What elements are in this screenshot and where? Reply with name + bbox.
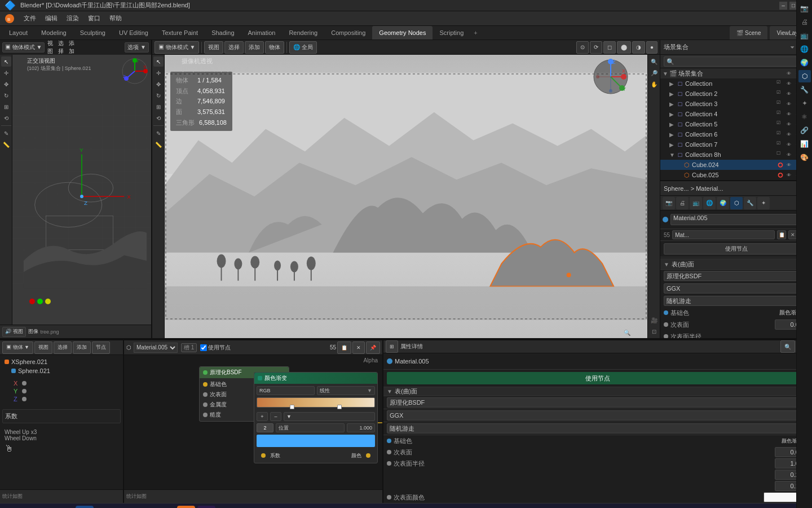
select-btn[interactable]: 选择	[56, 42, 66, 52]
render-icon-btn[interactable]: 📷	[798, 2, 811, 15]
tab-shading[interactable]: Shading	[205, 26, 241, 40]
world-icon-btn[interactable]: 🌍	[798, 56, 811, 69]
vp-options-btn[interactable]: 选项 ▼	[125, 42, 149, 52]
select-bottom[interactable]: 选择	[54, 341, 72, 354]
minimize-button[interactable]: –	[779, 2, 787, 10]
object-mode-main[interactable]: ▣ 物体模式 ▼	[155, 41, 199, 54]
menu-help[interactable]: 帮助	[105, 11, 126, 26]
node-bottom[interactable]: 节点	[92, 341, 110, 354]
cube025-item[interactable]: ⬡ Cube.025 ⭕ 👁 ✦ ⊙	[660, 170, 812, 180]
cursor-tool[interactable]: ✛	[1, 68, 11, 78]
add-workspace[interactable]: +	[470, 29, 480, 36]
gizmo-btn[interactable]: ⟳	[590, 41, 602, 54]
particle-icon-btn[interactable]: ✦	[798, 97, 811, 110]
particle-props-btn[interactable]: ✦	[757, 197, 770, 209]
scale-tool[interactable]: ⊞	[1, 102, 11, 112]
tab-geometry[interactable]: Geometry Nodes	[372, 26, 433, 40]
use-nodes-checkbox[interactable]	[200, 344, 207, 351]
mat-selector[interactable]: Mat...	[672, 230, 775, 239]
right-rw-dropdown[interactable]: 随机游走 ▼	[387, 423, 809, 433]
edge-browser[interactable]: 🌐	[76, 506, 94, 509]
blender-app[interactable]: ⬡	[177, 506, 195, 509]
add-bottom[interactable]: 添加	[73, 341, 91, 354]
viewport-shading-solid[interactable]: ⬤	[617, 41, 631, 54]
task-view[interactable]: ⊡	[50, 506, 68, 509]
explorer[interactable]: 📁	[96, 506, 114, 509]
start-btn[interactable]: ⊞	[5, 506, 23, 509]
copy-mat-btn[interactable]: 📋	[777, 230, 786, 239]
menu-blender[interactable]: B	[0, 11, 19, 26]
render-region[interactable]: ⊡	[649, 326, 659, 336]
collection-item-7[interactable]: ▶ □ Collection 7 ☑ 👁 ✦ ⊙	[660, 139, 812, 150]
ramp-remove-btn[interactable]: –	[270, 412, 281, 421]
tab-texture[interactable]: Texture Paint	[155, 26, 205, 40]
output-props-btn[interactable]: 🖨	[676, 197, 689, 209]
cube024-item[interactable]: ⬡ Cube.024 ⭕ 👁 ✦ ⊙	[660, 160, 812, 170]
chrome-browser[interactable]: 🔵	[136, 506, 155, 509]
right-search-btn[interactable]: 🔍	[780, 340, 795, 353]
right-ggx-dropdown[interactable]: GGX ▼	[387, 410, 809, 421]
world-props-btn[interactable]: 🌍	[717, 197, 729, 209]
constraint-icon-btn[interactable]: 🔗	[798, 124, 811, 137]
main-cursor-tool[interactable]: ✛	[153, 68, 164, 78]
image-btn[interactable]: 图像	[28, 327, 38, 337]
node-close-btn[interactable]: ✕	[352, 341, 365, 354]
view-icon-btn[interactable]: 📺	[798, 29, 811, 42]
viewport-shading-mat[interactable]: ◑	[632, 41, 645, 54]
ramp-mode-btn[interactable]: ▼	[284, 412, 375, 421]
modifier-icon-btn[interactable]: 🔧	[798, 84, 811, 96]
ramp-stop-2[interactable]	[337, 405, 342, 409]
zoom-in[interactable]: 🔍	[649, 56, 659, 67]
annotate-tool[interactable]: ✎	[1, 128, 11, 138]
image-type[interactable]: 🔊 视图	[2, 327, 26, 337]
menu-render[interactable]: 渲染	[62, 11, 83, 26]
tab-compositing[interactable]: Compositing	[324, 26, 372, 40]
collection-item-8h[interactable]: ▼ □ Collection 8h ☐ 👁 ✦ ⊙	[660, 150, 812, 160]
move-tool[interactable]: ✥	[1, 79, 11, 89]
main-move-tool[interactable]: ✥	[153, 79, 164, 89]
ramp-stop-1[interactable]	[290, 405, 294, 409]
firefox-browser[interactable]: 🦊	[157, 506, 175, 509]
object-mode-btn[interactable]: ▣ 物体模式 ▼	[2, 42, 45, 52]
viewport-shading-render[interactable]: ●	[646, 41, 657, 54]
photos-app[interactable]: 🖼	[116, 506, 134, 509]
add-menu[interactable]: 添加	[245, 41, 264, 54]
object-icon-btn[interactable]: ⬡	[798, 70, 811, 82]
object-props-btn[interactable]: ⬡	[730, 197, 743, 209]
view-props-btn[interactable]: 📺	[690, 197, 702, 209]
search-taskbar[interactable]: 🔍	[30, 506, 48, 509]
zoom-out[interactable]: 🔎	[649, 68, 659, 78]
node-pin-btn[interactable]: 📌	[366, 341, 380, 354]
overlay-btn[interactable]: ⊙	[576, 41, 589, 54]
expand-btn[interactable]: ⊞	[386, 340, 398, 353]
random-walk-dropdown[interactable]: 随机游走 ▼	[664, 296, 809, 306]
rotate-tool[interactable]: ↻	[1, 90, 11, 100]
scene-props-btn[interactable]: 🌐	[703, 197, 716, 209]
rgb-select[interactable]: RGB	[257, 386, 315, 395]
menu-edit[interactable]: 编辑	[41, 11, 62, 26]
main-annotate-tool[interactable]: ✎	[153, 128, 164, 138]
node-material-select[interactable]: Material.005	[134, 343, 178, 353]
shader-dropdown[interactable]: 原理化BSDF ▼	[664, 271, 809, 281]
select-tool[interactable]: ↖	[1, 56, 11, 67]
linear-select[interactable]: 线性▼	[317, 386, 375, 395]
collection-item-6[interactable]: ▶ □ Collection 6 ☑ 👁 ✦ ⊙	[660, 129, 812, 139]
main-rotate-tool[interactable]: ↻	[153, 90, 164, 100]
tab-layout[interactable]: Layout	[2, 26, 34, 40]
menu-window[interactable]: 窗口	[83, 11, 105, 26]
scene-selector[interactable]: 🎬 Scene	[730, 26, 767, 40]
add-btn[interactable]: 添加	[67, 42, 77, 52]
physics-icon-btn[interactable]: ⚛	[798, 111, 811, 123]
main-transform-tool[interactable]: ⟲	[153, 113, 164, 123]
select-menu[interactable]: 选择	[224, 41, 244, 54]
view-bottom[interactable]: 视图	[34, 341, 52, 354]
right-use-nodes-btn[interactable]: 使用节点	[387, 372, 809, 384]
collection-item-2[interactable]: ▶ □ Collection 2 ☑ 👁 ✦ ⊙	[660, 89, 812, 99]
transform-tool[interactable]: ⟲	[1, 113, 11, 123]
tab-sculpting[interactable]: Sculpting	[73, 26, 112, 40]
view-menu[interactable]: 视图	[204, 41, 223, 54]
main-scale-tool[interactable]: ⊞	[153, 102, 164, 112]
collection-item-0[interactable]: ▶ □ Collection ☑ 👁 ✦ ⊙	[660, 78, 812, 89]
viewport-shading-wire[interactable]: ◻	[603, 41, 616, 54]
output-icon-btn[interactable]: 🖨	[798, 16, 811, 28]
